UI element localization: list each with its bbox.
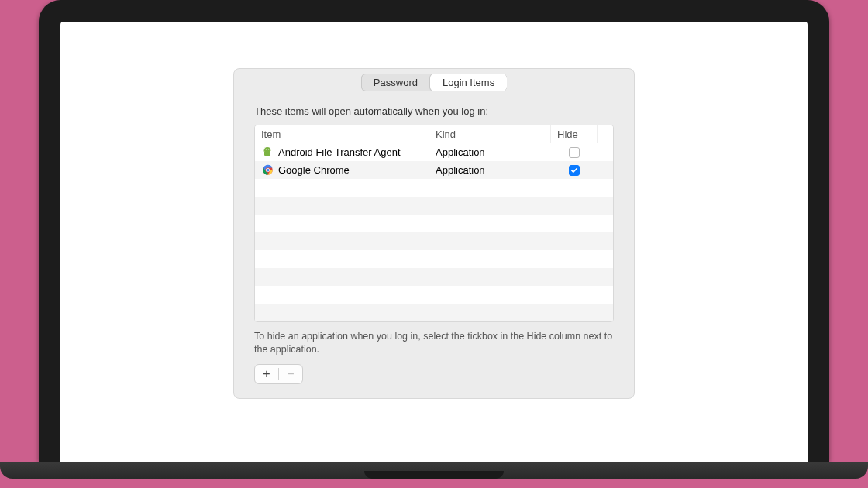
- tab-password[interactable]: Password: [361, 74, 430, 91]
- segmented-control: Password Login Items: [361, 74, 507, 91]
- svg-point-1: [266, 149, 267, 149]
- table-row-empty: [255, 197, 613, 215]
- login-items-panel: Password Login Items These items will op…: [233, 68, 635, 399]
- cell-kind: Application: [429, 161, 551, 179]
- col-item[interactable]: Item: [255, 125, 429, 143]
- col-spacer: [598, 125, 613, 143]
- svg-rect-0: [264, 151, 270, 156]
- add-button[interactable]: +: [255, 365, 278, 383]
- laptop-notch: [364, 471, 504, 479]
- table-row-empty: [255, 232, 613, 250]
- laptop-mockup: Password Login Items These items will op…: [39, 0, 829, 462]
- table-body: Android File Transfer AgentApplicationGo…: [255, 143, 613, 321]
- table-row-empty: [255, 215, 613, 232]
- table-row-empty: [255, 250, 613, 268]
- hint-text: To hide an application when you log in, …: [254, 330, 614, 356]
- tab-login-items[interactable]: Login Items: [430, 74, 507, 91]
- hide-checkbox[interactable]: [569, 165, 580, 176]
- table-row-empty: [255, 268, 613, 286]
- col-hide[interactable]: Hide: [551, 125, 598, 143]
- svg-point-2: [268, 149, 269, 149]
- cell-hide: [551, 161, 598, 179]
- table-row[interactable]: Google ChromeApplication: [255, 161, 613, 179]
- laptop-bezel: Password Login Items These items will op…: [39, 0, 829, 462]
- item-name: Android File Transfer Agent: [278, 146, 401, 158]
- item-name: Google Chrome: [278, 164, 350, 176]
- table-header: Item Kind Hide: [255, 125, 613, 143]
- panel-body: These items will open automatically when…: [234, 95, 634, 384]
- col-kind[interactable]: Kind: [429, 125, 551, 143]
- cell-kind: Application: [429, 143, 551, 161]
- chrome-icon: [261, 164, 274, 177]
- cell-hide: [551, 143, 598, 161]
- hide-checkbox[interactable]: [569, 147, 580, 158]
- screen: Password Login Items These items will op…: [60, 22, 808, 462]
- login-items-table: Item Kind Hide Android File Transfer Age…: [254, 125, 614, 322]
- remove-button[interactable]: −: [279, 365, 302, 383]
- add-remove-control: + −: [254, 364, 303, 384]
- cell-spacer: [598, 161, 613, 179]
- table-row-empty: [255, 304, 613, 321]
- tab-bar: Password Login Items: [234, 69, 634, 95]
- cell-item: Android File Transfer Agent: [255, 143, 429, 161]
- cell-spacer: [598, 143, 613, 161]
- table-row[interactable]: Android File Transfer AgentApplication: [255, 143, 613, 161]
- table-row-empty: [255, 179, 613, 197]
- android-icon: [261, 146, 274, 159]
- cell-item: Google Chrome: [255, 161, 429, 179]
- table-row-empty: [255, 286, 613, 304]
- svg-point-5: [266, 169, 269, 172]
- intro-text: These items will open automatically when…: [254, 105, 614, 117]
